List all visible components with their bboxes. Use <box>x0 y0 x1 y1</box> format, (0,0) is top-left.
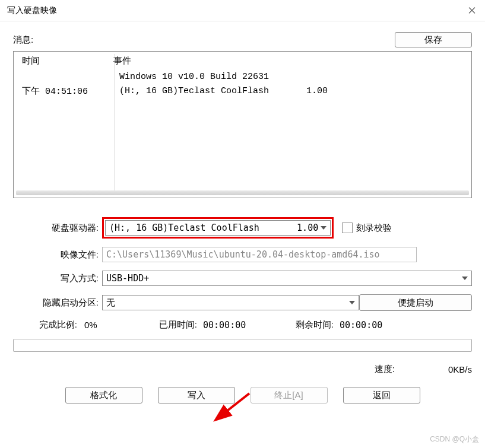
percent-label: 完成比例: <box>13 319 84 331</box>
hide-boot-label: 隐藏启动分区: <box>13 297 102 309</box>
remaining-value: 00:00:00 <box>340 320 382 331</box>
save-button[interactable]: 保存 <box>395 32 472 47</box>
speed-label: 速度: <box>375 364 395 375</box>
log-header-time: 时间 <box>14 55 109 66</box>
close-icon[interactable] <box>466 5 478 17</box>
hide-boot-value: 无 <box>106 297 115 309</box>
quick-boot-button[interactable]: 便捷启动 <box>359 294 472 311</box>
write-mode-value: USB-HDD+ <box>106 273 149 284</box>
drive-select-value: (H:, 16 GB)Teclast CoolFlash 1.00 <box>109 223 318 233</box>
drive-label: 硬盘驱动器: <box>13 223 102 234</box>
log-cell-event: (H:, 16 GB)Teclast CoolFlash 1.00 <box>109 86 328 96</box>
abort-button: 终止[A] <box>251 387 328 403</box>
message-label: 消息: <box>13 34 33 46</box>
watermark: CSDN @Q小盒 <box>430 434 479 444</box>
speed-value: 0KB/s <box>413 364 472 374</box>
horizontal-scrollbar[interactable] <box>16 190 469 195</box>
chevron-down-icon <box>462 277 468 280</box>
log-cell-time: 下午 04:51:06 <box>14 85 109 97</box>
chevron-down-icon <box>321 226 326 230</box>
remaining-label: 剩余时间: <box>274 319 340 331</box>
write-button[interactable]: 写入 <box>158 387 235 403</box>
write-mode-label: 写入方式: <box>13 273 102 284</box>
image-file-input: C:\Users\11369\Music\ubuntu-20.04-deskto… <box>102 247 417 262</box>
image-file-label: 映像文件: <box>13 249 102 260</box>
elapsed-value: 00:00:00 <box>203 320 274 331</box>
format-button[interactable]: 格式化 <box>65 387 142 403</box>
verify-label: 刻录校验 <box>356 223 392 234</box>
column-divider <box>115 54 115 193</box>
highlight-annotation: (H:, 16 GB)Teclast CoolFlash 1.00 <box>102 217 334 239</box>
log-cell-event: Windows 10 v10.0 Build 22631 <box>109 72 269 82</box>
log-row: 下午 04:51:06 (H:, 16 GB)Teclast CoolFlash… <box>14 84 471 98</box>
log-list: 时间 事件 Windows 10 v10.0 Build 22631 下午 04… <box>13 51 472 198</box>
log-row: Windows 10 v10.0 Build 22631 <box>14 69 471 84</box>
back-button[interactable]: 返回 <box>343 387 420 403</box>
write-mode-select[interactable]: USB-HDD+ <box>102 271 472 286</box>
drive-select[interactable]: (H:, 16 GB)Teclast CoolFlash 1.00 <box>105 220 331 236</box>
hide-boot-select[interactable]: 无 <box>102 295 359 310</box>
progress-bar <box>13 339 472 352</box>
image-file-value: C:\Users\11369\Music\ubuntu-20.04-deskto… <box>106 249 380 260</box>
chevron-down-icon <box>349 301 355 304</box>
elapsed-label: 已用时间: <box>138 319 203 331</box>
titlebar: 写入硬盘映像 <box>0 0 485 21</box>
log-header-event: 事件 <box>109 55 131 66</box>
window-title: 写入硬盘映像 <box>7 5 57 16</box>
percent-value: 0% <box>84 320 138 330</box>
verify-checkbox[interactable] <box>342 223 353 233</box>
